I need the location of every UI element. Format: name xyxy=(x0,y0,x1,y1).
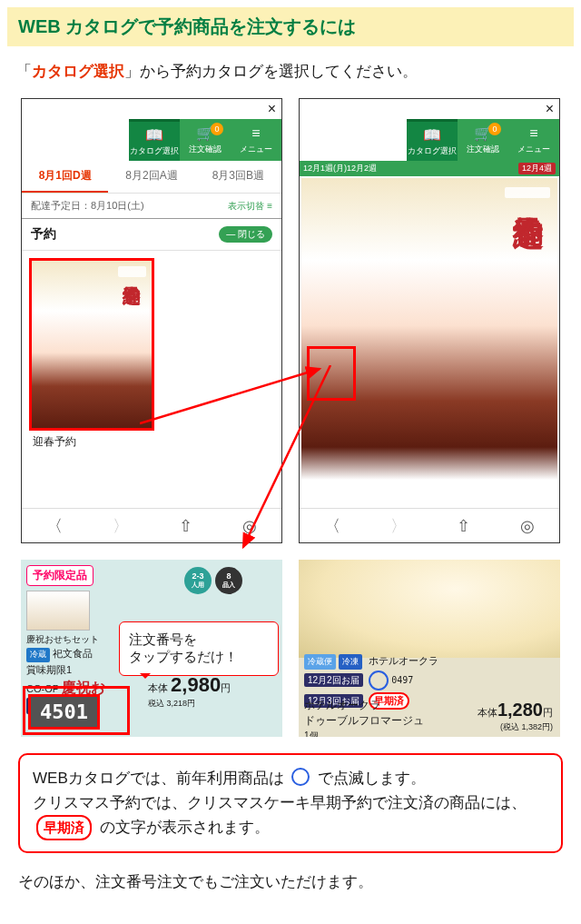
speech-bubble: 注文番号を タップするだけ！ xyxy=(119,621,279,676)
catalog-caption: 迎春予約 xyxy=(33,434,274,450)
title-banner: WEB カタログで予約商品を注文するには xyxy=(7,7,574,46)
name-line1: ホテルオークラ xyxy=(304,699,380,711)
delivery-value: 8月10日(土) xyxy=(91,200,144,211)
intro-text: 「カタログ選択」から予約カタログを選択してください。 xyxy=(16,61,565,82)
browser-bar: 〈 〉 ⇧ ◎ xyxy=(22,508,281,542)
date-banner-left: 12月1週(月)12月2週 xyxy=(303,163,377,174)
product-info-stack: 慶祝おせちセット 冷蔵祀文食品 賞味期限1 CO-OP 慶祝お xyxy=(26,589,105,699)
info-l1b: で点滅します。 xyxy=(318,770,426,787)
info-l2a: クリスマス予約では、クリスマスケーキ早期予約で注文済の商品には、 xyxy=(33,794,527,811)
blue-circle-icon xyxy=(369,671,389,691)
section-reservation: 予約 — 閉じる xyxy=(22,218,281,251)
nav-order-label: 注文確認 xyxy=(467,144,499,155)
back-icon[interactable]: 〈 xyxy=(324,515,340,537)
order-num-1: 0497 xyxy=(391,675,413,685)
phone-screenshot-left: × 📖 カタログ選択 🛒 0 注文確認 ≡ メニュー 8月1回D週 8月2回A週… xyxy=(21,98,282,543)
product-image xyxy=(26,591,90,631)
price-value: 2,980 xyxy=(171,673,221,696)
book-icon: 📖 xyxy=(423,126,441,144)
size-chip-items: 8 品入 xyxy=(215,567,242,594)
price-tax-r: (税込 1,382円) xyxy=(500,722,553,731)
limited-tag: 予約限定品 xyxy=(26,565,94,586)
price-pre-r: 本体 xyxy=(478,707,497,718)
info-l1a: WEBカタログでは、前年利用商品は xyxy=(33,770,284,787)
size-chip-servings: 2-3 人用 xyxy=(184,567,212,594)
date-banner-right: 12月4週 xyxy=(518,163,556,174)
share-icon[interactable]: ⇧ xyxy=(179,516,192,536)
footer-note: そのほか、注文番号注文でもご注文いただけます。 xyxy=(18,871,563,892)
browser-bar: 〈 〉 ⇧ ◎ xyxy=(300,508,559,542)
nav-order-button[interactable]: 🛒 0 注文確認 xyxy=(180,119,231,161)
close-icon[interactable]: × xyxy=(268,101,276,117)
nav-catalog-button[interactable]: 📖 カタログ選択 xyxy=(407,119,458,161)
cart-badge: 0 xyxy=(211,123,223,135)
delivery-label: 配達予定日： xyxy=(31,200,91,211)
price-tax: 税込 3,218円 xyxy=(148,699,195,708)
souki-inline: 早期済 xyxy=(36,815,92,840)
tag-reitou: 冷凍 xyxy=(339,654,362,670)
order-number-button[interactable]: 4501 xyxy=(28,694,100,730)
catalog-thumbnail[interactable]: 迎春予約 xyxy=(29,258,154,431)
close-icon[interactable]: × xyxy=(546,101,554,117)
app-header: 📖 カタログ選択 🛒 0 注文確認 ≡ メニュー xyxy=(22,119,281,161)
delivery-row: 配達予定日：8月10日(土) 表示切替 ≡ xyxy=(22,194,281,218)
nav-catalog-button[interactable]: 📖 カタログ選択 xyxy=(129,119,180,161)
line2: 賞味期限1 xyxy=(26,662,105,678)
cart-badge: 0 xyxy=(488,123,501,135)
chip2-top: 8 xyxy=(226,571,231,581)
phone-screenshot-right: × 📖 カタログ選択 🛒 0 注文確認 ≡ メニュー 12月1週(月)12月2週… xyxy=(299,98,560,543)
info-l2b: の文字が表示されます。 xyxy=(100,819,270,836)
nav-menu-label: メニュー xyxy=(517,144,550,155)
catalog-date-banner: 12月1週(月)12月2週 12月4週 xyxy=(300,161,559,176)
speech-line1: 注文番号を xyxy=(129,631,197,647)
week-tabs: 8月1回D週 8月2回A週 8月3回B週 xyxy=(22,161,281,194)
intro-prefix: 「 xyxy=(16,63,32,80)
price-right: 本体1,280円 (税込 1,382円) xyxy=(478,700,553,733)
nav-catalog-label: カタログ選択 xyxy=(130,145,179,157)
section-label: 予約 xyxy=(31,226,56,243)
tag-reizou: 冷蔵便 xyxy=(304,654,336,670)
display-toggle[interactable]: 表示切替 ≡ xyxy=(228,200,272,213)
qty: 1個 xyxy=(304,730,319,737)
product-detail-left: 予約限定品 2-3 人用 8 品入 慶祝おせちセット 冷蔵祀文食品 賞味期限1 … xyxy=(21,560,282,737)
book-icon: 📖 xyxy=(145,126,163,144)
compass-icon[interactable]: ◎ xyxy=(520,516,535,536)
compass-icon[interactable]: ◎ xyxy=(242,516,257,536)
reizou-tag: 冷蔵 xyxy=(26,648,50,662)
product-detail-right: 冷蔵便 冷凍 ホテルオークラ 12月2回お届 0497 12月3回お届 早期済 … xyxy=(299,560,560,737)
product-name-right: ホテルオークラ ドゥーブルフロマージュ 1個 xyxy=(304,698,424,737)
price-region: 本体 2,980円 税込 3,218円 xyxy=(148,673,231,710)
back-icon[interactable]: 〈 xyxy=(46,515,63,537)
nav-catalog-label: カタログ選択 xyxy=(408,145,457,157)
line1: 祀文食品 xyxy=(53,648,93,659)
catalog-full-page[interactable]: 迎春予約 xyxy=(301,178,557,506)
name-line2: ドゥーブルフロマージュ xyxy=(304,714,424,727)
tab-week-2[interactable]: 8月2回A週 xyxy=(108,161,194,193)
app-header: 📖 カタログ選択 🛒 0 注文確認 ≡ メニュー xyxy=(300,119,559,161)
price-pre: 本体 xyxy=(148,682,168,693)
chip2-bot: 品入 xyxy=(222,581,235,590)
share-icon[interactable]: ⇧ xyxy=(457,516,470,536)
chip1-bot: 人用 xyxy=(192,581,204,590)
nav-order-label: 注文確認 xyxy=(189,144,222,155)
forward-icon[interactable]: 〉 xyxy=(390,515,407,537)
hotel-label: ホテルオークラ xyxy=(369,654,438,670)
hamburger-icon: ≡ xyxy=(529,125,537,142)
nav-menu-button[interactable]: ≡ メニュー xyxy=(231,119,281,161)
info-box: WEBカタログでは、前年利用商品は で点滅します。 クリスマス予約では、クリスマ… xyxy=(18,753,563,853)
nav-order-button[interactable]: 🛒 0 注文確認 xyxy=(458,119,508,161)
forward-icon[interactable]: 〉 xyxy=(113,515,129,537)
tab-week-3[interactable]: 8月3回B週 xyxy=(195,161,281,193)
collapse-button[interactable]: — 閉じる xyxy=(219,226,272,243)
nav-menu-button[interactable]: ≡ メニュー xyxy=(508,119,559,161)
product-image-cheese xyxy=(299,560,560,658)
intro-highlight: カタログ選択 xyxy=(32,63,124,80)
speech-line2: タップするだけ！ xyxy=(129,649,238,664)
nav-menu-label: メニュー xyxy=(240,144,272,155)
price-yen: 円 xyxy=(221,682,231,693)
tab-week-1[interactable]: 8月1回D週 xyxy=(22,161,108,193)
geishun-title-big: 迎春予約 xyxy=(505,187,550,198)
product-highlight-box xyxy=(307,346,356,401)
datechip-1: 12月2回お届 xyxy=(304,673,363,687)
price-yen-r: 円 xyxy=(543,707,553,718)
